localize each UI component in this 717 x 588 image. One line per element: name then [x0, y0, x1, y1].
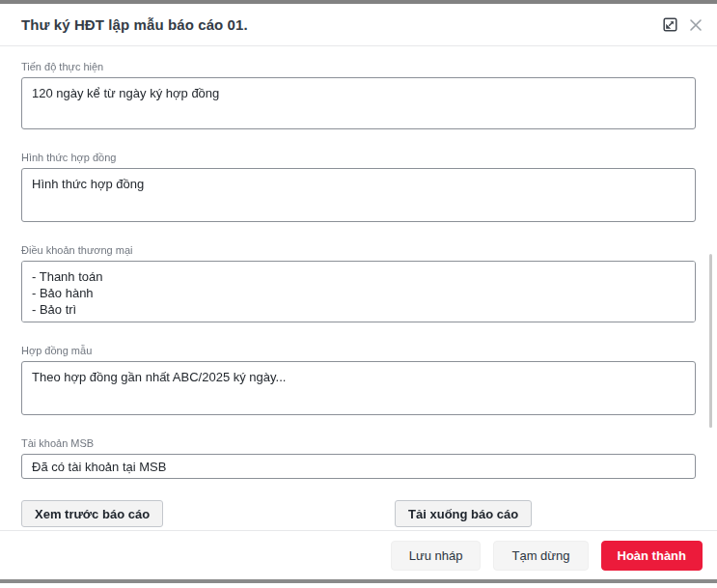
preview-report-button[interactable]: Xem trước báo cáo — [21, 500, 163, 527]
modal-body: Tiến độ thực hiện 120 ngày kể từ ngày ký… — [0, 46, 717, 530]
background-page-bottom-strip — [0, 579, 717, 583]
modal-header-icons — [662, 17, 703, 33]
field-msb-account-label: Tài khoản MSB — [21, 436, 696, 450]
vertical-scrollbar-thumb[interactable] — [709, 254, 712, 428]
field-progress: Tiến độ thực hiện 120 ngày kể từ ngày ký… — [21, 60, 696, 129]
field-msb-account: Tài khoản MSB — [21, 436, 696, 479]
field-progress-textarea[interactable]: 120 ngày kể từ ngày ký hợp đồng — [21, 77, 696, 129]
field-commercial-terms-textarea[interactable]: - Thanh toán - Bảo hành - Bảo trì — [21, 261, 696, 322]
field-commercial-terms-label: Điều khoản thương mại — [21, 243, 696, 257]
field-contract-template: Hợp đồng mẫu Theo hợp đồng gần nhất ABC/… — [21, 344, 696, 415]
complete-button[interactable]: Hoàn thành — [601, 541, 703, 571]
field-contract-form: Hình thức hợp đồng Hình thức hợp đồng — [21, 151, 696, 222]
report-action-row: Xem trước báo cáo Tải xuống báo cáo — [21, 500, 696, 527]
modal-footer: Lưu nháp Tạm dừng Hoàn thành — [0, 530, 717, 579]
field-commercial-terms: Điều khoản thương mại - Thanh toán - Bảo… — [21, 243, 696, 322]
save-draft-button[interactable]: Lưu nháp — [391, 541, 482, 571]
pause-button[interactable]: Tạm dừng — [493, 541, 588, 571]
field-msb-account-input[interactable] — [21, 454, 696, 479]
close-icon[interactable] — [688, 17, 703, 33]
field-contract-template-label: Hợp đồng mẫu — [21, 344, 696, 357]
expand-icon-glyph — [663, 17, 677, 32]
expand-icon[interactable] — [662, 17, 677, 33]
field-contract-form-textarea[interactable]: Hình thức hợp đồng — [21, 168, 696, 222]
field-progress-label: Tiến độ thực hiện — [21, 60, 696, 73]
modal-title: Thư ký HĐT lập mẫu báo cáo 01. — [21, 16, 662, 33]
close-icon-glyph — [689, 18, 703, 32]
modal-header: Thư ký HĐT lập mẫu báo cáo 01. — [0, 4, 717, 46]
field-contract-form-label: Hình thức hợp đồng — [21, 151, 696, 164]
field-contract-template-textarea[interactable]: Theo hợp đồng gần nhất ABC/2025 ký ngày.… — [21, 361, 696, 415]
download-report-button[interactable]: Tải xuống báo cáo — [395, 500, 532, 527]
report-modal: Thư ký HĐT lập mẫu báo cáo 01. Tiến độ t… — [0, 4, 717, 579]
